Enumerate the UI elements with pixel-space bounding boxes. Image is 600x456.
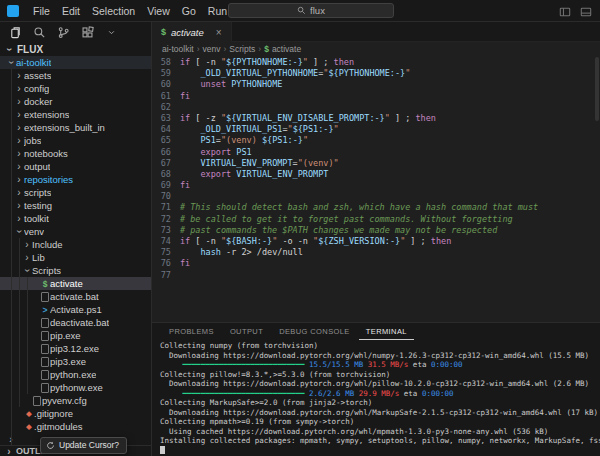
code-text: if [ -n "${BASH:-}" -o -n "${ZSH_VERSION…	[180, 236, 451, 247]
tree-item-Include[interactable]: ›Include	[0, 238, 151, 251]
terminal-line: Collecting pillow!=8.3.*,>=5.3.0 (from t…	[160, 370, 600, 380]
code-line: 74if [ -n "${BASH:-}" -o -n "${ZSH_VERSI…	[152, 236, 600, 247]
code-text: export VIRTUAL_ENV_PROMPT	[180, 169, 328, 180]
file-icon	[40, 370, 50, 380]
tree-item-label: Activate.ps1	[50, 304, 102, 315]
code-text: fi	[180, 258, 190, 269]
chevron-right-icon: ›	[14, 135, 24, 146]
menu-edit[interactable]: Edit	[56, 0, 86, 22]
tree-item-python.exe[interactable]: python.exe	[0, 368, 151, 381]
terminal-line: Installing collected packages: mpmath, s…	[160, 436, 600, 446]
panel-tab-debug-console[interactable]: DEBUG CONSOLE	[272, 323, 357, 340]
tree-item-activate[interactable]: $activate	[0, 277, 151, 290]
code-text: # be called to get it to forget past com…	[180, 214, 513, 225]
tree-item-label: assets	[24, 70, 51, 81]
tree-item-toolkit[interactable]: ›toolkit	[0, 212, 151, 225]
line-number: 66	[152, 147, 180, 158]
tree-item-extensions[interactable]: ›extensions	[0, 108, 151, 121]
sidebar-explorer: › FLUX ›ai-toolkit›assets›config›docker›…	[0, 22, 152, 456]
terminal-line: Using cached https://download.pytorch.or…	[160, 427, 600, 437]
menu-go[interactable]: Go	[176, 0, 202, 22]
line-number: 70	[152, 191, 180, 202]
menu-view[interactable]: View	[141, 0, 176, 22]
indent-guide	[19, 238, 20, 407]
tree-item-repositories[interactable]: ›repositories	[0, 173, 151, 186]
breadcrumb-item-Scripts[interactable]: Scripts	[229, 44, 255, 54]
code-text: if [ -z "${VIRTUAL_ENV_DISABLE_PROMPT:-}…	[180, 113, 436, 124]
tree-item-jobs[interactable]: ›jobs	[0, 134, 151, 147]
layout-sidebar-icon[interactable]	[558, 5, 572, 19]
tree-item-deactivate.bat[interactable]: deactivate.bat	[0, 316, 151, 329]
tree-item-venv[interactable]: ›venv	[0, 225, 151, 238]
close-icon[interactable]: ×	[216, 27, 222, 38]
command-center-search[interactable]: flux	[228, 3, 394, 18]
layout-panel-icon[interactable]	[579, 5, 593, 19]
tree-item-.gitignore[interactable]: ◆.gitignore	[0, 407, 151, 420]
notification-text: Update Cursor?	[59, 440, 119, 450]
tree-item-extensions_built_in[interactable]: ›extensions_built_in	[0, 121, 151, 134]
tree-item-pip3.12.exe[interactable]: pip3.12.exe	[0, 342, 151, 355]
shell-file-icon: $	[40, 279, 50, 289]
tree-item-ai-toolkit[interactable]: ›ai-toolkit	[0, 56, 151, 69]
terminal-line	[160, 446, 600, 456]
search-icon[interactable]	[32, 25, 46, 39]
tree-item-Lib[interactable]: ›Lib	[0, 251, 151, 264]
tree-item-pyvenv.cfg[interactable]: pyvenv.cfg	[0, 394, 151, 407]
line-number: 73	[152, 225, 180, 236]
extensions-icon[interactable]	[80, 25, 94, 39]
breadcrumb-item-ai-toolkit[interactable]: ai-toolkit	[162, 44, 194, 54]
terminal[interactable]: Collecting numpy (from torchvision) Down…	[152, 340, 600, 456]
chevron-down-icon: ›	[6, 58, 17, 68]
tab-activate[interactable]: $ activate ×	[152, 22, 232, 42]
tree-item-label: pythonw.exe	[50, 382, 103, 393]
breadcrumb-item-file[interactable]: activate	[272, 44, 301, 54]
chevron-right-icon: ›	[14, 161, 24, 172]
tree-item-Activate.ps1[interactable]: >Activate.ps1	[0, 303, 151, 316]
tree-item-.gitmodules[interactable]: ◆.gitmodules	[0, 420, 151, 433]
line-number: 72	[152, 214, 180, 225]
menu-selection[interactable]: Selection	[86, 0, 141, 22]
file-icon	[40, 383, 50, 393]
tree-item-docker[interactable]: ›docker	[0, 95, 151, 108]
code-text: _OLD_VIRTUAL_PYTHONHOME="${PYTHONHOME:-}…	[180, 68, 410, 79]
tree-item-label: Include	[32, 239, 63, 250]
editor-group: $ activate × ai-toolkit›venv›Scripts›$ac…	[152, 22, 600, 456]
panel-tabs: PROBLEMSOUTPUTDEBUG CONSOLETERMINAL	[152, 323, 600, 340]
panel-tab-terminal[interactable]: TERMINAL	[359, 323, 414, 340]
chevron-down-icon[interactable]	[104, 25, 118, 39]
terminal-line: Collecting MarkupSafe>=2.0 (from jinja2-…	[160, 398, 600, 408]
update-notification[interactable]: Update Cursor?	[40, 437, 127, 454]
tree-item-pip.exe[interactable]: pip.exe	[0, 329, 151, 342]
tree-item-assets[interactable]: ›assets	[0, 69, 151, 82]
explorer-section-header[interactable]: › FLUX	[0, 42, 151, 56]
code-line: 76fi	[152, 258, 600, 269]
panel-tab-output[interactable]: OUTPUT	[223, 323, 270, 340]
tree-item-pip3.exe[interactable]: pip3.exe	[0, 355, 151, 368]
tree-item-label: config	[24, 83, 49, 94]
line-number: 58	[152, 57, 180, 68]
editor-scrollbar[interactable]	[595, 57, 599, 121]
file-icon	[40, 292, 50, 302]
panel-tab-problems[interactable]: PROBLEMS	[162, 323, 221, 340]
code-line: 61fi	[152, 91, 600, 102]
tree-item-activate.bat[interactable]: activate.bat	[0, 290, 151, 303]
tree-item-output[interactable]: ›output	[0, 160, 151, 173]
update-icon	[46, 441, 55, 450]
code-line: 72# be called to get it to forget past c…	[152, 214, 600, 225]
code-text: # past commands the $PATH changes we mad…	[180, 225, 497, 236]
tree-item-Scripts[interactable]: ›Scripts	[0, 264, 151, 277]
files-icon[interactable]	[8, 25, 22, 39]
breadcrumb-item-venv[interactable]: venv	[203, 44, 221, 54]
menu-file[interactable]: File	[27, 0, 56, 22]
tree-item-scripts[interactable]: ›scripts	[0, 186, 151, 199]
breadcrumb: ai-toolkit›venv›Scripts›$activate	[152, 42, 600, 55]
source-control-icon[interactable]	[56, 25, 70, 39]
code-line: 60 unset PYTHONHOME	[152, 79, 600, 90]
tree-item-notebooks[interactable]: ›notebooks	[0, 147, 151, 160]
tree-item-pythonw.exe[interactable]: pythonw.exe	[0, 381, 151, 394]
chevron-right-icon: ›	[4, 446, 14, 456]
tree-item-testing[interactable]: ›testing	[0, 199, 151, 212]
app-logo-icon[interactable]	[7, 5, 19, 17]
tree-item-config[interactable]: ›config	[0, 82, 151, 95]
code-editor[interactable]: 58if [ -n "${PYTHONHOME:-}" ] ; then59 _…	[152, 55, 600, 322]
